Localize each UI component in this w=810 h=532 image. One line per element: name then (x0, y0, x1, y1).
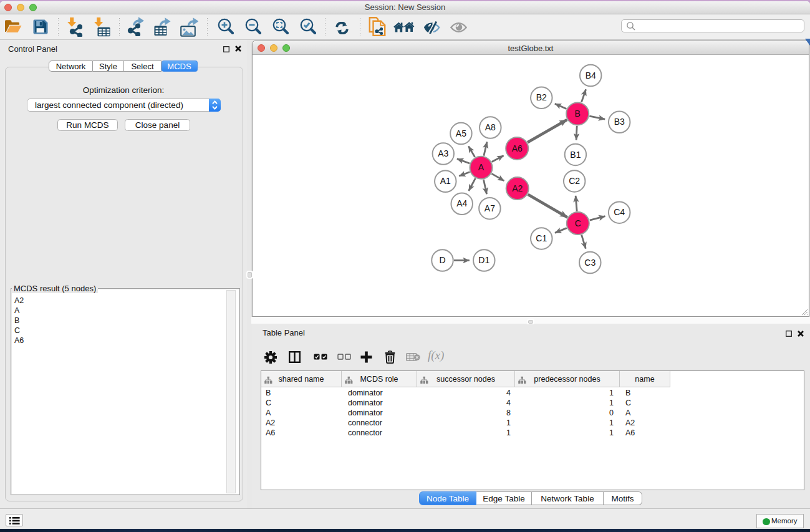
svg-text:D: D (439, 255, 445, 265)
svg-text:A: A (478, 162, 485, 172)
svg-text:B4: B4 (586, 70, 596, 80)
svg-text:A6: A6 (512, 143, 523, 153)
svg-text:B2: B2 (536, 92, 547, 102)
svg-text:C1: C1 (536, 233, 547, 243)
svg-text:A8: A8 (485, 122, 496, 132)
svg-text:B3: B3 (614, 117, 625, 127)
svg-text:B1: B1 (570, 150, 581, 160)
svg-text:A2: A2 (512, 183, 523, 193)
svg-text:A4: A4 (456, 198, 467, 208)
svg-text:A7: A7 (485, 203, 495, 213)
svg-text:A3: A3 (438, 148, 448, 158)
svg-text:C: C (575, 218, 581, 228)
svg-text:A1: A1 (440, 176, 451, 186)
svg-text:D1: D1 (478, 255, 489, 265)
svg-text:C3: C3 (584, 258, 595, 268)
svg-text:A5: A5 (456, 128, 466, 138)
svg-text:B: B (575, 109, 581, 118)
svg-text:C4: C4 (614, 207, 625, 217)
svg-text:C2: C2 (569, 176, 580, 186)
